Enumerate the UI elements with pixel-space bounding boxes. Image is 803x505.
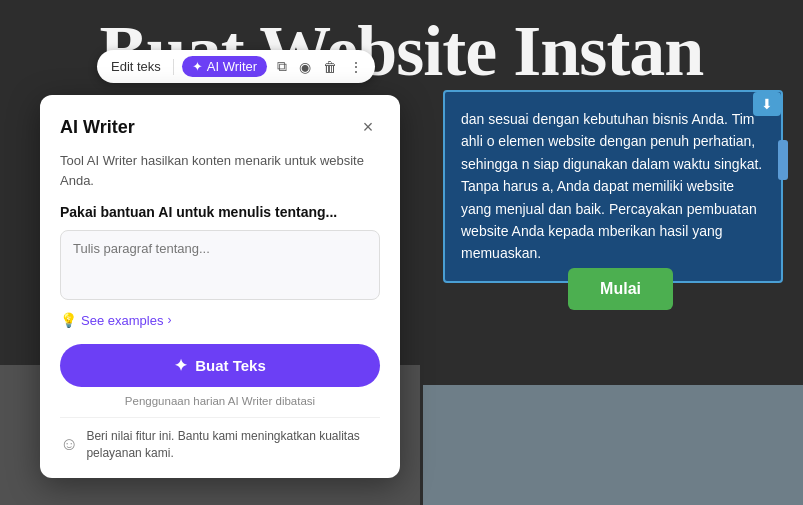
ai-writer-toolbar-button[interactable]: ✦ AI Writer: [182, 56, 267, 77]
panel-header: AI Writer ×: [60, 115, 380, 139]
download-badge[interactable]: ⬇: [753, 92, 781, 116]
preview-icon[interactable]: ◉: [297, 57, 313, 77]
editor-toolbar: Edit teks ✦ AI Writer ⧉ ◉ 🗑 ⋮: [97, 50, 375, 83]
more-options-icon[interactable]: ⋮: [347, 57, 365, 77]
ai-writer-panel: AI Writer × Tool AI Writer hasilkan kont…: [40, 95, 400, 478]
buat-teks-label: Buat Teks: [195, 357, 266, 374]
highlighted-text-content: dan sesuai dengan kebutuhan bisnis Anda.…: [461, 108, 765, 265]
smile-icon: ☺: [60, 434, 78, 455]
copy-icon[interactable]: ⧉: [275, 56, 289, 77]
edit-text-button[interactable]: Edit teks: [107, 57, 165, 76]
chevron-right-icon: ›: [167, 313, 171, 327]
see-examples-label: See examples: [81, 313, 163, 328]
feedback-text: Beri nilai fitur ini. Bantu kami meningk…: [86, 428, 380, 462]
panel-title: AI Writer: [60, 117, 135, 138]
highlighted-text-block: dan sesuai dengan kebutuhan bisnis Anda.…: [443, 90, 783, 283]
panel-textarea[interactable]: [60, 230, 380, 300]
sparkle-icon: ✦: [192, 59, 203, 74]
mulai-button[interactable]: Mulai: [568, 268, 673, 310]
panel-input-label: Pakai bantuan AI untuk menulis tentang..…: [60, 204, 380, 220]
toolbar-divider-1: [173, 59, 174, 75]
bulb-icon: 💡: [60, 312, 77, 328]
feedback-row: ☺ Beri nilai fitur ini. Bantu kami menin…: [60, 417, 380, 462]
panel-close-button[interactable]: ×: [356, 115, 380, 139]
see-examples-link[interactable]: 💡 See examples ›: [60, 312, 380, 328]
usage-note: Penggunaan harian AI Writer dibatasi: [60, 395, 380, 407]
delete-icon[interactable]: 🗑: [321, 57, 339, 77]
bottom-image-right: [423, 385, 803, 505]
buat-teks-button[interactable]: ✦ Buat Teks: [60, 344, 380, 387]
stars-icon: ✦: [174, 356, 187, 375]
panel-description: Tool AI Writer hasilkan konten menarik u…: [60, 151, 380, 190]
drag-handle[interactable]: [778, 140, 788, 180]
